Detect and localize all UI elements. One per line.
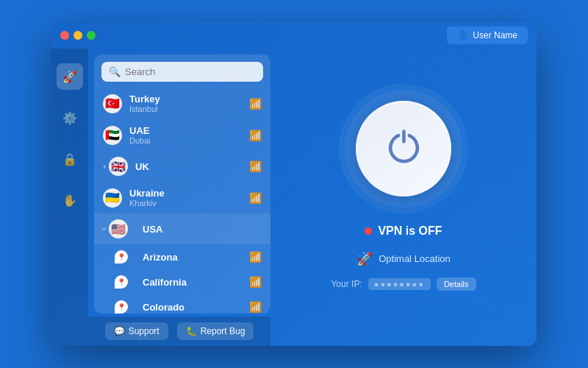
account-button[interactable]: 👤 User Name [447, 26, 528, 44]
flag-ukraine: 🇺🇦 [103, 188, 122, 208]
sidebar-icon-hand[interactable]: ✋ [57, 187, 83, 213]
server-info-uae: UAE Dubai [129, 125, 249, 145]
pin-icon-california: 📍 [115, 275, 128, 289]
server-name-uae: UAE [129, 125, 249, 136]
sub-info-arizona: Arizona [143, 252, 249, 263]
server-info-turkey: Turkey Istanbul [129, 93, 249, 113]
optimal-rocket-icon: 🚀 [356, 251, 373, 267]
server-city-uae: Dubai [129, 136, 249, 145]
signal-arizona: 📶 [249, 251, 262, 263]
server-item-uae[interactable]: 🇦🇪 UAE Dubai 📶 [94, 119, 270, 151]
status-dot [365, 227, 372, 235]
server-panel: 🔍 🇹🇷 Turkey Istanbul 📶 🇦🇪 UAE Dubai [94, 54, 270, 314]
sidebar-icon-lock[interactable]: 🔒 [57, 146, 83, 172]
maximize-button[interactable] [87, 31, 96, 40]
right-panel: VPN is OFF 🚀 Optimal Location Your IP: ●… [270, 22, 537, 346]
pin-icon-arizona: 📍 [115, 250, 128, 263]
ip-row: Your IP: ●●●●●●●● Details [331, 277, 476, 291]
search-icon: 🔍 [109, 66, 121, 77]
server-city-turkey: Istanbul [129, 105, 249, 113]
details-button[interactable]: Details [437, 277, 476, 291]
server-item-usa[interactable]: › 🇺🇸 USA [94, 213, 270, 244]
sidebar-icon-settings[interactable]: ⚙️ [57, 105, 83, 131]
sidebar: 🚀 ⚙️ 🔒 ✋ [51, 49, 88, 346]
server-sub-colorado[interactable]: 📍 Colorado 📶 [94, 294, 270, 314]
sub-info-california: California [143, 277, 249, 288]
power-button[interactable] [356, 101, 451, 197]
sub-name-colorado: Colorado [143, 302, 249, 313]
search-input[interactable] [125, 66, 256, 77]
server-info-ukraine: Ukraine Kharkiv [129, 188, 249, 208]
user-icon: 👤 [457, 30, 468, 40]
window-controls [60, 31, 96, 40]
server-name-ukraine: Ukraine [129, 188, 249, 199]
server-sub-arizona[interactable]: 📍 Arizona 📶 [94, 244, 270, 269]
sub-info-colorado: Colorado [143, 302, 249, 313]
support-label: Support [129, 326, 159, 336]
ip-label: Your IP: [331, 279, 362, 289]
flag-uk: 🇬🇧 [109, 157, 128, 176]
signal-ukraine: 📶 [249, 192, 262, 204]
expand-arrow-usa: › [99, 227, 110, 230]
report-bug-button[interactable]: 🐛 Report Bug [177, 322, 254, 340]
title-bar: 👤 User Name [51, 22, 537, 49]
server-list: 🇹🇷 Turkey Istanbul 📶 🇦🇪 UAE Dubai 📶 › [94, 88, 270, 314]
sub-name-arizona: Arizona [143, 252, 249, 263]
flag-usa: 🇺🇸 [109, 219, 128, 238]
flag-turkey: 🇹🇷 [103, 94, 122, 113]
optimal-label: Optimal Location [379, 253, 451, 264]
server-item-uk[interactable]: › 🇬🇧 UK 📶 [94, 151, 270, 182]
account-username: User Name [473, 30, 517, 40]
server-sub-california[interactable]: 📍 California 📶 [94, 269, 270, 294]
bug-icon: 🐛 [186, 326, 197, 336]
server-info-usa: USA [143, 224, 262, 235]
search-input-wrap: 🔍 [101, 62, 263, 82]
close-button[interactable] [60, 31, 69, 40]
report-bug-label: Report Bug [201, 326, 245, 336]
bottom-bar: 💬 Support 🐛 Report Bug [88, 316, 270, 346]
expand-arrow-uk: › [103, 161, 106, 171]
server-item-ukraine[interactable]: 🇺🇦 Ukraine Kharkiv 📶 [94, 182, 270, 213]
server-name-usa: USA [143, 224, 262, 235]
server-city-ukraine: Kharkiv [129, 199, 249, 208]
signal-turkey: 📶 [249, 98, 262, 110]
server-info-uk: UK [135, 161, 249, 172]
optimal-location[interactable]: 🚀 Optimal Location [356, 251, 451, 267]
support-button[interactable]: 💬 Support [105, 322, 168, 340]
signal-uae: 📶 [249, 130, 262, 141]
power-icon [384, 128, 424, 169]
server-name-uk: UK [135, 161, 249, 172]
server-name-turkey: Turkey [129, 93, 249, 105]
signal-california: 📶 [249, 276, 262, 288]
support-icon: 💬 [114, 326, 125, 336]
sidebar-icon-rocket[interactable]: 🚀 [57, 63, 83, 90]
sub-name-california: California [143, 277, 249, 288]
app-window: 👤 User Name 🚀 ⚙️ 🔒 ✋ 🔍 🇹🇷 Turkey Istanbu… [51, 22, 537, 346]
minimize-button[interactable] [74, 31, 82, 40]
signal-uk: 📶 [249, 160, 262, 172]
signal-colorado: 📶 [249, 301, 262, 313]
search-bar: 🔍 [94, 54, 270, 88]
pin-icon-colorado: 📍 [115, 300, 128, 314]
power-ring-outer [345, 90, 462, 208]
flag-uae: 🇦🇪 [103, 126, 122, 145]
ip-value: ●●●●●●●● [368, 278, 431, 290]
server-item-turkey[interactable]: 🇹🇷 Turkey Istanbul 📶 [94, 88, 270, 119]
vpn-status: VPN is OFF [365, 224, 442, 238]
vpn-status-label: VPN is OFF [378, 224, 442, 238]
